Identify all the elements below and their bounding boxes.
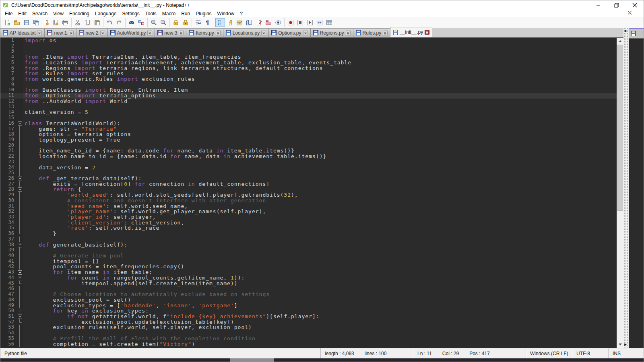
view-splitter[interactable]: ◀ ▶ bbox=[623, 28, 628, 348]
tab-locations-py[interactable]: Locations.py bbox=[223, 28, 269, 37]
toolbar-paste-button[interactable] bbox=[92, 18, 102, 27]
code-line[interactable]: 36 } bbox=[0, 231, 617, 237]
code-line[interactable]: 45 itempool.append(self.create_item(item… bbox=[0, 281, 617, 286]
code-line[interactable]: 46 bbox=[0, 286, 617, 292]
code-line[interactable]: 10from BaseClasses import Region, Entran… bbox=[0, 87, 617, 93]
code-line[interactable]: 38 def generate_basic(self): bbox=[0, 242, 617, 248]
toolbar-monitoring-button[interactable] bbox=[273, 18, 283, 27]
code-line[interactable]: 18 options = terraria_options bbox=[0, 132, 617, 137]
code-line[interactable]: 5from .Locations import TerrariaAchievem… bbox=[0, 60, 617, 66]
tab-close-icon[interactable] bbox=[216, 31, 221, 35]
code-line[interactable]: 50 for key in exclusion_types: bbox=[0, 308, 617, 314]
code-line[interactable]: 4from .Items import TerrariaItem, item_t… bbox=[0, 54, 617, 60]
code-line[interactable]: 20 bbox=[0, 143, 617, 148]
scrollbar-track[interactable] bbox=[617, 45, 623, 341]
toolbar-function-list-button[interactable] bbox=[254, 18, 264, 27]
menu-item-view[interactable]: View bbox=[50, 10, 66, 17]
code-line[interactable]: 6from .Regions import terraria_regions, … bbox=[0, 66, 617, 71]
tab-new-2[interactable]: new 2 bbox=[76, 28, 108, 37]
code-line[interactable]: 14client_version = 5 bbox=[0, 109, 617, 115]
toolbar-document-list-button[interactable] bbox=[244, 18, 254, 27]
menu-item-edit[interactable]: Edit bbox=[15, 10, 29, 17]
menu-item-tools[interactable]: Tools bbox=[142, 10, 159, 17]
code-line[interactable]: 44 for count in range(pool_counts.get(it… bbox=[0, 275, 617, 281]
code-line[interactable]: 49 exclusion_types = ['hardmode', 'insan… bbox=[0, 303, 617, 309]
code-line[interactable]: 34 'client_version': client_version, bbox=[0, 220, 617, 226]
code-line[interactable]: 2 bbox=[0, 43, 617, 49]
secondary-view-editor[interactable] bbox=[629, 38, 644, 348]
toolbar-macro-stop-button[interactable] bbox=[295, 18, 305, 27]
fold-marker[interactable] bbox=[17, 269, 23, 275]
fold-marker[interactable] bbox=[17, 121, 23, 126]
tab-close-icon[interactable] bbox=[346, 31, 351, 35]
tab-close-icon[interactable] bbox=[37, 31, 42, 35]
docked-panel-close-icon[interactable] bbox=[627, 10, 632, 15]
code-line[interactable]: 7from .Rules import set_rules bbox=[0, 71, 617, 76]
toolbar-redo-button[interactable] bbox=[114, 18, 124, 27]
code-line[interactable]: 48 exclusion_pool = set() bbox=[0, 297, 617, 303]
code-line[interactable]: 24 data_version = 2 bbox=[0, 165, 617, 171]
tab-ap-ideas-txt[interactable]: AP Ideas.txt bbox=[0, 28, 45, 37]
toolbar-word-wrap-button[interactable] bbox=[193, 18, 203, 27]
tab-close-icon[interactable] bbox=[69, 31, 74, 35]
code-line[interactable]: 52 exclusion_pool.update(exclusion_table… bbox=[0, 319, 617, 325]
code-line[interactable]: 8from worlds.generic.Rules import exclus… bbox=[0, 76, 617, 82]
menu-item-window[interactable]: Window bbox=[215, 10, 237, 17]
close-window-button[interactable] bbox=[625, 0, 644, 10]
tab-close-icon[interactable] bbox=[261, 31, 266, 35]
status-encoding[interactable]: UTF-8 bbox=[572, 348, 608, 358]
code-line[interactable]: 25 bbox=[0, 170, 617, 176]
code-line[interactable]: 31 'seed_name': self.world.seed_name, bbox=[0, 204, 617, 209]
restore-button[interactable] bbox=[607, 0, 625, 10]
tab--init-py[interactable]: __init__.py bbox=[390, 27, 432, 37]
toolbar-open-file-button[interactable] bbox=[12, 18, 22, 27]
tab-rules-py[interactable]: Rules.py bbox=[353, 28, 391, 37]
code-line[interactable]: 1import os bbox=[0, 38, 617, 43]
menu-item-plugins[interactable]: Plugins bbox=[193, 10, 214, 17]
fold-marker[interactable] bbox=[17, 314, 23, 319]
toolbar-find-button[interactable] bbox=[127, 18, 136, 27]
tab-new-3[interactable]: new 3 bbox=[155, 28, 186, 37]
toolbar-sync-vertical-scroll-button[interactable] bbox=[171, 18, 181, 27]
fold-marker[interactable] bbox=[17, 187, 23, 192]
tab-close-icon[interactable] bbox=[100, 31, 105, 35]
minimize-button[interactable] bbox=[589, 0, 607, 10]
splitter-collapse-left-icon[interactable]: ◀ bbox=[624, 29, 626, 33]
toolbar-close-all-button[interactable] bbox=[51, 18, 60, 27]
code-line[interactable]: 3 bbox=[0, 49, 617, 54]
status-insert-mode[interactable]: INS bbox=[608, 348, 644, 358]
code-line[interactable]: 37 bbox=[0, 237, 617, 242]
code-line[interactable]: 53 exclusion_rules(self.world, self.play… bbox=[0, 325, 617, 330]
menu-item-[interactable]: ? bbox=[237, 10, 246, 17]
code-line[interactable]: 47 # Choose locations to automatically e… bbox=[0, 292, 617, 297]
tab-options-py[interactable]: Options.py bbox=[268, 28, 310, 37]
tab-items-py[interactable]: Items.py bbox=[186, 28, 223, 37]
splitter-collapse-right-icon[interactable]: ▶ bbox=[624, 343, 627, 346]
code-line[interactable]: 29 'world_seed': self.world.slot_seeds[s… bbox=[0, 192, 617, 198]
code-line[interactable]: 28 return { bbox=[0, 187, 617, 192]
vertical-scrollbar[interactable] bbox=[617, 38, 623, 348]
code-line[interactable]: 17 game: str = "Terraria" bbox=[0, 126, 617, 132]
tab-close-icon[interactable] bbox=[425, 30, 429, 35]
toolbar-folder-as-workspace-button[interactable] bbox=[264, 18, 273, 27]
status-eol-format[interactable]: Windows (CR LF) bbox=[526, 348, 572, 358]
tab-close-icon[interactable] bbox=[303, 31, 308, 35]
menu-item-macro[interactable]: Macro bbox=[159, 10, 178, 17]
tab-new-1[interactable]: new 1 bbox=[44, 28, 76, 37]
toolbar-print-button[interactable] bbox=[60, 18, 70, 27]
menu-item-encoding[interactable]: Encoding bbox=[66, 10, 92, 17]
code-line[interactable]: 51 if not getattr(self.world, f"include_… bbox=[0, 314, 617, 319]
code-line[interactable]: 40 # Generate item pool bbox=[0, 253, 617, 259]
code-line[interactable]: 42 pool_counts = item_frequencies.copy() bbox=[0, 264, 617, 269]
code-line[interactable]: 9 bbox=[0, 82, 617, 88]
toolbar-macro-play-button[interactable] bbox=[305, 18, 315, 27]
toolbar-new-file-button[interactable] bbox=[2, 18, 12, 27]
code-line[interactable]: 55 # Prefill the Wall of Flesh with the … bbox=[0, 336, 617, 341]
scroll-down-button[interactable] bbox=[617, 341, 623, 348]
toolbar-save-button[interactable] bbox=[22, 18, 31, 27]
toolbar-macro-record-button[interactable] bbox=[286, 18, 295, 27]
secondary-view-tab[interactable] bbox=[629, 28, 644, 38]
tab-close-icon[interactable] bbox=[147, 31, 152, 35]
toolbar-show-all-characters-button[interactable]: ¶ bbox=[203, 18, 213, 27]
tab-close-icon[interactable] bbox=[179, 31, 184, 35]
